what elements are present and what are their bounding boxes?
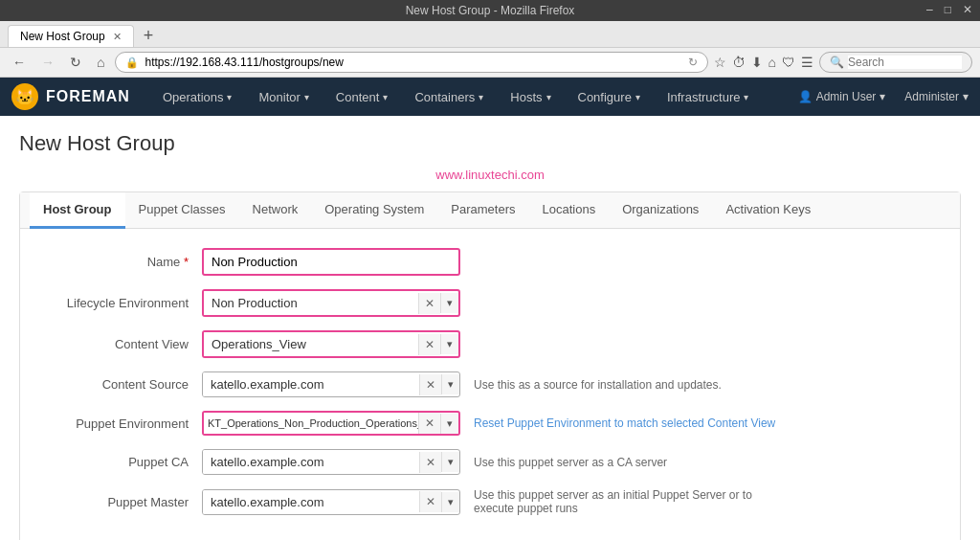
puppet-ca-arrow-icon[interactable]: ▾ <box>441 452 459 472</box>
app-user-menu[interactable]: 👤 Admin User ▾ Administer ▾ <box>798 90 969 103</box>
nav-monitor[interactable]: Monitor ▾ <box>245 80 322 114</box>
reload-icon[interactable]: ↻ <box>688 56 698 69</box>
tab-locations[interactable]: Locations <box>529 192 610 229</box>
browser-tab-bar: New Host Group ✕ + <box>0 21 980 48</box>
lifecycle-row: Lifecycle Environment Non Production ✕ ▾ <box>49 289 931 317</box>
content-view-select[interactable]: Operations_View ✕ ▾ <box>202 330 460 358</box>
bookmark-star-icon[interactable]: ☆ <box>714 55 726 70</box>
name-row: Name <box>49 248 931 276</box>
url-input[interactable] <box>145 56 681 69</box>
puppet-ca-row: Puppet CA katello.example.com ✕ ▾ Use th… <box>49 449 931 475</box>
back-button[interactable]: ← <box>8 53 31 72</box>
search-bar: 🔍 <box>819 52 972 73</box>
content-source-row: Content Source katello.example.com ✕ ▾ U… <box>49 371 931 397</box>
puppet-env-label: Puppet Environment <box>49 416 202 431</box>
caret-icon: ▾ <box>635 92 640 102</box>
nav-configure[interactable]: Configure ▾ <box>565 80 654 114</box>
content-view-arrow-icon[interactable]: ▾ <box>440 334 458 354</box>
lifecycle-label: Lifecycle Environment <box>49 296 202 310</box>
tab-host-group[interactable]: Host Group <box>30 192 125 229</box>
puppet-env-select[interactable]: KT_Operations_Non_Production_Operations_… <box>202 411 460 436</box>
name-label: Name <box>49 255 202 269</box>
user-caret-icon: ▾ <box>880 90 885 103</box>
watermark: www.linuxtechi.com <box>19 168 961 182</box>
puppet-env-reset-link[interactable]: Reset Puppet Environment to match select… <box>474 416 775 430</box>
caret-icon: ▾ <box>383 92 388 102</box>
puppet-env-arrow-icon[interactable]: ▾ <box>440 414 458 434</box>
caret-icon: ▾ <box>546 92 551 102</box>
toolbar-icons: ☆ ⏱ ⬇ ⌂ 🛡 ☰ <box>714 55 813 70</box>
puppet-master-arrow-icon[interactable]: ▾ <box>441 492 459 512</box>
close-icon[interactable]: ✕ <box>963 3 972 16</box>
content-source-select[interactable]: katello.example.com ✕ ▾ <box>202 371 460 397</box>
puppet-env-clear-icon[interactable]: ✕ <box>418 413 440 434</box>
nav-hosts[interactable]: Hosts ▾ <box>497 80 564 114</box>
app-nav: Operations ▾ Monitor ▾ Content ▾ Contain… <box>149 80 798 114</box>
tab-bar: Host Group Puppet Classes Network Operat… <box>20 192 960 229</box>
lifecycle-value: Non Production <box>204 291 418 315</box>
download-icon[interactable]: ⬇ <box>751 55 763 70</box>
content-source-clear-icon[interactable]: ✕ <box>419 374 441 395</box>
caret-icon: ▾ <box>304 92 309 102</box>
puppet-env-hint: Reset Puppet Environment to match select… <box>474 416 775 430</box>
browser-toolbar: ← → ↻ ⌂ 🔒 ↻ ☆ ⏱ ⬇ ⌂ 🛡 ☰ 🔍 <box>0 48 980 78</box>
maximize-icon[interactable]: □ <box>945 3 951 16</box>
tab-activation-keys[interactable]: Activation Keys <box>712 192 824 229</box>
content-source-value: katello.example.com <box>203 372 419 396</box>
tab-label: New Host Group <box>20 30 105 43</box>
tab-operating-system[interactable]: Operating System <box>311 192 437 229</box>
tab-organizations[interactable]: Organizations <box>609 192 712 229</box>
history-icon[interactable]: ⏱ <box>732 55 746 70</box>
lock-icon: 🔒 <box>125 56 139 69</box>
app-logo: 🐱 FOREMAN <box>11 83 130 110</box>
logo-icon: 🐱 <box>11 83 38 110</box>
puppet-master-row: Puppet Master katello.example.com ✕ ▾ Us… <box>49 488 931 515</box>
puppet-ca-value: katello.example.com <box>203 450 419 474</box>
new-tab-button[interactable]: + <box>138 26 160 46</box>
nav-infrastructure[interactable]: Infrastructure ▾ <box>654 80 763 114</box>
user-icon: 👤 <box>798 90 813 103</box>
lifecycle-clear-icon[interactable]: ✕ <box>418 293 440 314</box>
shield-icon[interactable]: 🛡 <box>782 55 795 70</box>
page-title: New Host Group <box>19 131 961 156</box>
puppet-master-label: Puppet Master <box>49 495 202 509</box>
tab-network[interactable]: Network <box>239 192 312 229</box>
content-view-clear-icon[interactable]: ✕ <box>418 334 440 355</box>
search-icon: 🔍 <box>830 56 844 69</box>
forward-button[interactable]: → <box>36 53 59 72</box>
nav-content[interactable]: Content ▾ <box>323 80 402 114</box>
lifecycle-arrow-icon[interactable]: ▾ <box>440 293 458 313</box>
browser-tab[interactable]: New Host Group ✕ <box>8 25 134 47</box>
caret-icon: ▾ <box>479 92 483 102</box>
menu-icon[interactable]: ☰ <box>801 55 813 70</box>
logo-text: FOREMAN <box>46 88 130 105</box>
puppet-env-row: Puppet Environment KT_Operations_Non_Pro… <box>49 411 931 436</box>
main-content: New Host Group www.linuxtechi.com Host G… <box>0 116 980 540</box>
content-source-hint: Use this as a source for installation an… <box>474 378 722 392</box>
puppet-master-clear-icon[interactable]: ✕ <box>419 491 441 512</box>
puppet-master-hint: Use this puppet server as an initial Pup… <box>474 488 780 515</box>
home-nav-icon[interactable]: ⌂ <box>768 55 776 70</box>
caret-icon: ▾ <box>227 92 232 102</box>
url-bar: 🔒 ↻ <box>115 52 707 73</box>
puppet-master-select[interactable]: katello.example.com ✕ ▾ <box>202 489 460 515</box>
minimize-icon[interactable]: – <box>926 3 933 16</box>
content-source-label: Content Source <box>49 377 202 392</box>
lifecycle-select[interactable]: Non Production ✕ ▾ <box>202 289 460 317</box>
tab-puppet-classes[interactable]: Puppet Classes <box>125 192 239 229</box>
home-button[interactable]: ⌂ <box>92 53 109 72</box>
nav-containers[interactable]: Containers ▾ <box>401 80 497 114</box>
puppet-ca-clear-icon[interactable]: ✕ <box>419 452 441 473</box>
content-source-arrow-icon[interactable]: ▾ <box>441 374 459 394</box>
name-input[interactable] <box>202 248 460 276</box>
tab-close-icon[interactable]: ✕ <box>113 31 122 43</box>
administer-caret-icon: ▾ <box>963 90 969 103</box>
app-header: 🐱 FOREMAN Operations ▾ Monitor ▾ Content… <box>0 78 980 116</box>
refresh-button[interactable]: ↻ <box>65 53 86 72</box>
content-view-label: Content View <box>49 337 202 351</box>
search-input[interactable] <box>848 56 962 69</box>
nav-operations[interactable]: Operations ▾ <box>149 80 246 114</box>
browser-title: New Host Group - Mozilla Firefox <box>406 4 575 17</box>
puppet-ca-select[interactable]: katello.example.com ✕ ▾ <box>202 449 460 475</box>
tab-parameters[interactable]: Parameters <box>437 192 528 229</box>
